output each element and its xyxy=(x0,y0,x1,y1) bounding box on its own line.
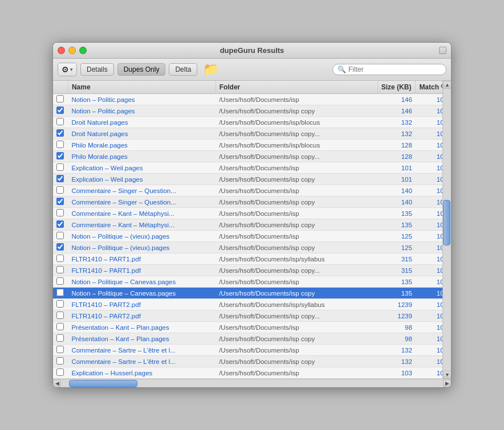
row-checkbox[interactable] xyxy=(56,368,64,376)
row-checkbox[interactable] xyxy=(56,209,64,216)
row-checkbox-cell[interactable] xyxy=(53,117,68,128)
tab-details[interactable]: Details xyxy=(80,63,114,76)
row-checkbox-cell[interactable] xyxy=(53,196,68,208)
table-row[interactable]: Explication – Weil.pages/Users/hsoft/Doc… xyxy=(53,174,451,185)
row-checkbox-cell[interactable] xyxy=(53,367,68,379)
row-checkbox[interactable] xyxy=(56,186,64,194)
row-checkbox-cell[interactable] xyxy=(53,265,68,276)
row-checkbox[interactable] xyxy=(56,95,64,103)
table-row[interactable]: Notion – Politique – Canevas.pages/Users… xyxy=(53,288,451,299)
table-row[interactable]: Droit Naturel.pages/Users/hsoft/Document… xyxy=(53,128,451,140)
row-checkbox-cell[interactable] xyxy=(53,174,68,185)
row-checkbox[interactable] xyxy=(56,312,64,319)
table-row[interactable]: FLTR1410 – PART1.pdf/Users/hsoft/Documen… xyxy=(53,265,451,276)
table-row[interactable]: Notion – Politic.pages/Users/hsoft/Docum… xyxy=(53,94,451,105)
vertical-scrollbar[interactable]: ▲ ▼ xyxy=(442,81,451,379)
row-checkbox[interactable] xyxy=(56,334,64,342)
table-row[interactable]: Explication – Husserl.pages/Users/hsoft/… xyxy=(53,367,451,379)
tab-delta[interactable]: Delta xyxy=(169,63,197,76)
row-checkbox[interactable] xyxy=(56,198,64,205)
gear-menu-button[interactable]: ⚙ ▾ xyxy=(58,63,77,76)
table-row[interactable]: Explication – Weil.pages/Users/hsoft/Doc… xyxy=(53,162,451,174)
row-checkbox[interactable] xyxy=(56,323,64,330)
row-checkbox[interactable] xyxy=(56,118,64,125)
resize-button[interactable] xyxy=(439,47,446,54)
col-header-folder[interactable]: Folder xyxy=(216,81,377,94)
table-row[interactable]: Commentaire – Singer – Question.../Users… xyxy=(53,185,451,196)
scroll-thumb[interactable] xyxy=(443,200,450,245)
table-row[interactable]: Notion – Politique – (vieux).pages/Users… xyxy=(53,231,451,242)
scroll-down-arrow[interactable]: ▼ xyxy=(443,371,452,379)
table-row[interactable]: FLTR1410 – PART2.pdf/Users/hsoft/Documen… xyxy=(53,299,451,310)
table-row[interactable]: Commentaire – Sartre – L'être et l.../Us… xyxy=(53,356,451,367)
row-checkbox-cell[interactable] xyxy=(53,128,68,140)
table-row[interactable]: Commentaire – Sartre – L'être et l.../Us… xyxy=(53,345,451,356)
table-row[interactable]: FLTR1410 – PART1.pdf/Users/hsoft/Documen… xyxy=(53,253,451,265)
row-checkbox[interactable] xyxy=(56,357,64,365)
search-box[interactable]: 🔍 xyxy=(332,64,446,75)
col-header-size[interactable]: Size (KB) xyxy=(377,81,416,94)
row-checkbox-cell[interactable] xyxy=(53,151,68,162)
row-name: Commentaire – Singer – Question... xyxy=(68,196,216,208)
row-checkbox-cell[interactable] xyxy=(53,208,68,219)
folder-icon[interactable]: 📁 xyxy=(203,62,218,77)
horizontal-scrollbar[interactable]: ◀ ▶ xyxy=(53,379,451,387)
zoom-button[interactable] xyxy=(79,47,87,54)
row-name: Philo Morale.pages xyxy=(68,140,216,151)
row-checkbox-cell[interactable] xyxy=(53,162,68,174)
close-button[interactable] xyxy=(58,47,65,54)
horizontal-scroll-thumb[interactable] xyxy=(69,380,137,387)
row-checkbox-cell[interactable] xyxy=(53,219,68,231)
table-row[interactable]: FLTR1410 – PART2.pdf/Users/hsoft/Documen… xyxy=(53,310,451,322)
table-row[interactable]: Commentaire – Kant – Métaphysi.../Users/… xyxy=(53,208,451,219)
row-checkbox[interactable] xyxy=(56,243,64,251)
row-checkbox-cell[interactable] xyxy=(53,333,68,345)
table-row[interactable]: Notion – Politique – Canevas.pages/Users… xyxy=(53,276,451,288)
row-checkbox-cell[interactable] xyxy=(53,356,68,367)
row-checkbox[interactable] xyxy=(56,152,64,159)
row-checkbox-cell[interactable] xyxy=(53,242,68,253)
row-checkbox[interactable] xyxy=(56,220,64,228)
row-checkbox-cell[interactable] xyxy=(53,310,68,322)
row-checkbox[interactable] xyxy=(56,129,64,137)
row-checkbox-cell[interactable] xyxy=(53,288,68,299)
scroll-up-arrow[interactable]: ▲ xyxy=(443,81,452,89)
table-row[interactable]: Présentation – Kant – Plan.pages/Users/h… xyxy=(53,322,451,333)
row-checkbox[interactable] xyxy=(56,266,64,273)
col-header-name[interactable]: Name xyxy=(68,81,216,94)
scroll-left-arrow[interactable]: ◀ xyxy=(53,380,61,387)
row-checkbox[interactable] xyxy=(56,277,64,285)
minimize-button[interactable] xyxy=(68,47,76,54)
row-checkbox-cell[interactable] xyxy=(53,140,68,151)
row-checkbox[interactable] xyxy=(56,255,64,262)
tab-dupes-only[interactable]: Dupes Only xyxy=(117,63,166,76)
row-checkbox-cell[interactable] xyxy=(53,253,68,265)
row-checkbox-cell[interactable] xyxy=(53,94,68,105)
row-checkbox-cell[interactable] xyxy=(53,299,68,310)
row-checkbox[interactable] xyxy=(56,232,64,239)
row-checkbox[interactable] xyxy=(56,163,64,171)
table-row[interactable]: Notion – Politic.pages/Users/hsoft/Docum… xyxy=(53,105,451,117)
row-checkbox[interactable] xyxy=(56,107,64,114)
row-checkbox[interactable] xyxy=(56,346,64,353)
window-title: dupeGuru Results xyxy=(220,46,284,55)
table-row[interactable]: Philo Morale.pages/Users/hsoft/Documents… xyxy=(53,151,451,162)
row-checkbox-cell[interactable] xyxy=(53,276,68,288)
table-row[interactable]: Commentaire – Singer – Question.../Users… xyxy=(53,196,451,208)
table-row[interactable]: Présentation – Kant – Plan.pages/Users/h… xyxy=(53,333,451,345)
row-checkbox-cell[interactable] xyxy=(53,231,68,242)
row-checkbox[interactable] xyxy=(56,175,64,182)
row-checkbox-cell[interactable] xyxy=(53,322,68,333)
row-checkbox[interactable] xyxy=(56,300,64,308)
row-checkbox-cell[interactable] xyxy=(53,345,68,356)
row-checkbox-cell[interactable] xyxy=(53,105,68,117)
row-checkbox[interactable] xyxy=(56,141,64,148)
table-row[interactable]: Philo Morale.pages/Users/hsoft/Documents… xyxy=(53,140,451,151)
table-row[interactable]: Commentaire – Kant – Métaphysi.../Users/… xyxy=(53,219,451,231)
row-checkbox-cell[interactable] xyxy=(53,185,68,196)
scroll-right-arrow[interactable]: ▶ xyxy=(443,380,451,387)
search-input[interactable] xyxy=(348,65,441,73)
table-row[interactable]: Droit Naturel.pages/Users/hsoft/Document… xyxy=(53,117,451,128)
table-row[interactable]: Notion – Politique – (vieux).pages/Users… xyxy=(53,242,451,253)
row-checkbox[interactable] xyxy=(56,289,64,296)
